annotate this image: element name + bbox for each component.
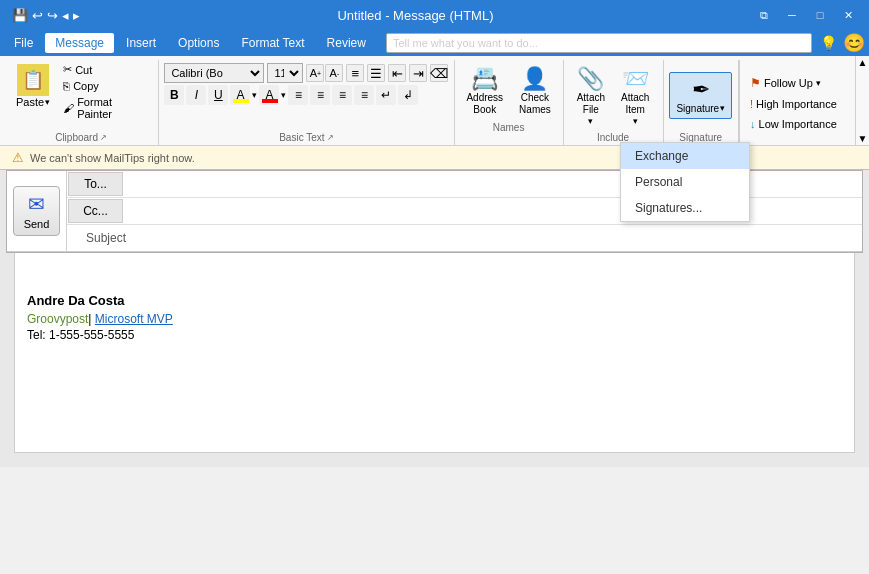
signature-tel: Tel: 1-555-555-5555 [27, 328, 842, 342]
maximize-button[interactable]: □ [807, 5, 833, 25]
text-color-bar [262, 99, 278, 103]
attach-item-arrow[interactable]: ▾ [633, 116, 638, 126]
subject-input[interactable] [132, 229, 862, 247]
copy-button[interactable]: ⎘ Copy [60, 79, 152, 93]
low-importance-label: Low Importance [759, 118, 837, 130]
clipboard-label: Clipboard ↗ [55, 132, 107, 145]
follow-up-label: Follow Up [764, 77, 813, 89]
font-name-select[interactable]: Calibri (Bo [164, 63, 264, 83]
rtl-button[interactable]: ↵ [376, 85, 396, 105]
menu-file[interactable]: File [4, 33, 43, 53]
paste-icon: 📋 [17, 64, 49, 96]
basic-text-expand-icon[interactable]: ↗ [327, 133, 334, 142]
mailtips-icon: ⚠ [12, 150, 24, 165]
send-label: Send [24, 218, 50, 230]
signature-group: ✒ Signature ▾ Signature [664, 60, 739, 145]
save-icon[interactable]: 💾 [12, 8, 28, 23]
attach-file-button[interactable]: 📎 Attach File ▾ [571, 62, 611, 130]
cut-button[interactable]: ✂ Cut [60, 62, 152, 77]
signature-button[interactable]: ✒ Signature ▾ [669, 72, 732, 119]
to-button[interactable]: To... [68, 172, 123, 196]
signature-content: ✒ Signature ▾ [669, 60, 732, 130]
include-group: 📎 Attach File ▾ 📨 Attach Item ▾ Include [564, 60, 664, 145]
paste-button[interactable]: 📋 Paste ▾ [10, 60, 56, 112]
lightbulb-icon: 💡 [820, 35, 837, 51]
attach-item-button[interactable]: 📨 Attach Item ▾ [615, 62, 655, 130]
subject-label: Subject [67, 231, 132, 245]
address-book-button[interactable]: 📇 Address Book [460, 62, 509, 120]
menu-message[interactable]: Message [45, 33, 114, 53]
send-button[interactable]: ✉ Send [13, 186, 60, 236]
clipboard-group: 📋 Paste ▾ ✂ Cut ⎘ Copy 🖌 Format Painter [4, 60, 159, 145]
follow-up-button[interactable]: ⚑ Follow Up ▾ [746, 74, 863, 92]
text-color-button[interactable]: A [259, 85, 279, 105]
ribbon-scroll-down[interactable]: ▼ [856, 132, 869, 145]
menu-options[interactable]: Options [168, 33, 229, 53]
clipboard-content: 📋 Paste ▾ ✂ Cut ⎘ Copy 🖌 Format Painter [10, 60, 152, 130]
to-input[interactable] [124, 175, 862, 193]
attach-file-icon: 📎 [577, 66, 604, 92]
check-names-button[interactable]: 👤 Check Names [513, 62, 557, 120]
format-clear-button[interactable]: ⌫ [430, 64, 448, 82]
signature-arrow[interactable]: ▾ [720, 103, 725, 113]
dropdown-signatures-item[interactable]: Signatures... [621, 195, 749, 221]
mailtips-message: We can't show MailTips right now. [30, 152, 195, 164]
follow-up-arrow[interactable]: ▾ [816, 78, 821, 88]
org-separator: | [88, 312, 91, 326]
font-row: Calibri (Bo 11 A+ A- ≡ ☰ ⇤ ⇥ ⌫ [164, 63, 448, 83]
basic-text-content: Calibri (Bo 11 A+ A- ≡ ☰ ⇤ ⇥ ⌫ B I U [164, 60, 448, 130]
minimize-button[interactable]: ─ [779, 5, 805, 25]
dropdown-personal-item[interactable]: Personal [621, 169, 749, 195]
nav-right-icon[interactable]: ▸ [73, 8, 80, 23]
restore-button[interactable]: ⧉ [751, 5, 777, 25]
clipboard-expand-icon[interactable]: ↗ [100, 133, 107, 142]
format-painter-icon: 🖌 [63, 102, 74, 114]
high-importance-label: High Importance [756, 98, 837, 110]
highlight-button[interactable]: A [230, 85, 250, 105]
close-button[interactable]: ✕ [835, 5, 861, 25]
numbering-button[interactable]: ☰ [367, 64, 385, 82]
undo-icon[interactable]: ↩ [32, 8, 43, 23]
ltr-button[interactable]: ↲ [398, 85, 418, 105]
include-row: 📎 Attach File ▾ 📨 Attach Item ▾ [571, 62, 656, 130]
text-color-arrow[interactable]: ▾ [281, 90, 286, 100]
dropdown-exchange-item[interactable]: Exchange [621, 143, 749, 169]
send-icon: ✉ [28, 192, 45, 216]
low-importance-button[interactable]: ↓ Low Importance [746, 116, 863, 132]
paste-dropdown-arrow[interactable]: ▾ [45, 97, 50, 107]
nav-left-icon[interactable]: ◂ [62, 8, 69, 23]
align-right-button[interactable]: ≡ [332, 85, 352, 105]
redo-icon[interactable]: ↪ [47, 8, 58, 23]
align-justify-button[interactable]: ≡ [354, 85, 374, 105]
align-center-button[interactable]: ≡ [310, 85, 330, 105]
mvp-link[interactable]: Microsoft MVP [95, 312, 173, 326]
underline-button[interactable]: U [208, 85, 228, 105]
menu-insert[interactable]: Insert [116, 33, 166, 53]
menu-review[interactable]: Review [317, 33, 376, 53]
highlight-arrow[interactable]: ▾ [252, 90, 257, 100]
align-left-button[interactable]: ≡ [288, 85, 308, 105]
increase-indent-button[interactable]: ⇥ [409, 64, 427, 82]
attach-file-arrow[interactable]: ▾ [588, 116, 593, 126]
format-row: B I U A ▾ A ▾ ≡ ≡ ≡ ≡ ↵ ↲ [164, 85, 448, 105]
smiley-icon: 😊 [843, 32, 865, 54]
cut-icon: ✂ [63, 63, 72, 76]
decrease-indent-button[interactable]: ⇤ [388, 64, 406, 82]
ribbon-scroll-up[interactable]: ▲ [856, 56, 869, 69]
search-box[interactable]: Tell me what you want to do... [386, 33, 812, 53]
signature-name: Andre Da Costa [27, 293, 842, 308]
bullets-button[interactable]: ≡ [346, 64, 364, 82]
menu-format-text[interactable]: Format Text [231, 33, 314, 53]
bold-button[interactable]: B [164, 85, 184, 105]
font-shrink-button[interactable]: A- [325, 64, 343, 82]
format-painter-button[interactable]: 🖌 Format Painter [60, 95, 152, 121]
cc-input[interactable] [124, 202, 862, 220]
font-size-select[interactable]: 11 [267, 63, 303, 83]
font-grow-button[interactable]: A+ [306, 64, 324, 82]
email-body[interactable]: Andre Da Costa Groovypost| Microsoft MVP… [14, 253, 855, 453]
cc-button[interactable]: Cc... [68, 199, 123, 223]
italic-button[interactable]: I [186, 85, 206, 105]
high-importance-button[interactable]: ! High Importance [746, 96, 863, 112]
signature-dropdown-menu: Exchange Personal Signatures... [620, 142, 750, 222]
names-label: Names [493, 122, 525, 135]
